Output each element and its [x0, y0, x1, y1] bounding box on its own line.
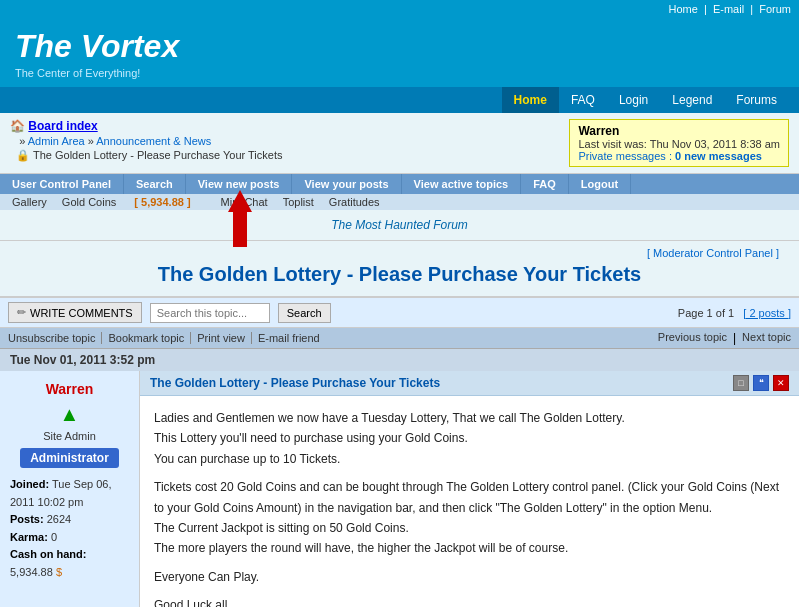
announcement-link[interactable]: Announcement & News: [96, 135, 211, 147]
timestamp-bar: Tue Nov 01, 2011 3:52 pm: [0, 349, 799, 371]
site-header: The Vortex The Center of Everything!: [0, 18, 799, 87]
top-bar-email[interactable]: E-mail: [713, 3, 744, 15]
site-tagline: The Center of Everything!: [15, 67, 784, 79]
post-header: The Golden Lottery - Please Purchase You…: [140, 371, 799, 396]
user-control-bar: User Control Panel Search View new posts…: [0, 174, 799, 194]
pencil-icon: ✏: [17, 306, 26, 319]
gallery-link[interactable]: Gallery: [12, 196, 47, 208]
email-friend-link[interactable]: E-mail friend: [258, 332, 326, 344]
user-role: Site Admin: [10, 430, 129, 442]
breadcrumb: » Admin Area » Announcement & News: [10, 135, 559, 147]
last-visit-info: Last visit was: Thu Nov 03, 2011 8:38 am: [578, 138, 780, 150]
admin-area-link[interactable]: Admin Area: [28, 135, 85, 147]
topic-nav-links: Previous topic | Next topic: [658, 331, 791, 345]
next-topic-link[interactable]: Next topic: [742, 331, 791, 345]
ucb-faq[interactable]: FAQ: [521, 174, 569, 194]
page-info: Page 1 of 1 [ 2 posts ]: [678, 307, 791, 319]
joined-info: Joined: Tue Sep 06, 2011 10:02 pm: [10, 476, 129, 511]
bookmark-topic-link[interactable]: Bookmark topic: [108, 332, 191, 344]
sub-bar: Gallery Gold Coins [ 5,934.88 ] Mini-Cha…: [0, 194, 799, 210]
top-bar: Home | E-mail | Forum: [0, 0, 799, 18]
actions-bar: Unsubscribe topic Bookmark topic Print v…: [0, 328, 799, 349]
post-line-3: Everyone Can Play.: [154, 567, 785, 587]
nav-forums[interactable]: Forums: [724, 87, 789, 113]
logged-in-username: Warren: [578, 124, 780, 138]
current-page-crumb: 🔒 The Golden Lottery - Please Purchase Y…: [10, 149, 559, 162]
mod-panel-link[interactable]: [ Moderator Control Panel ]: [10, 247, 789, 259]
gratitudes-link[interactable]: Gratitudes: [329, 196, 380, 208]
main-content: Warren ▲ Site Admin Administrator Joined…: [0, 371, 799, 607]
ucb-view-your-posts[interactable]: View your posts: [292, 174, 401, 194]
toplist-link[interactable]: Toplist: [283, 196, 314, 208]
karma-up-arrow: ▲: [10, 403, 129, 426]
poster-name: Warren: [10, 381, 129, 397]
unsubscribe-topic-link[interactable]: Unsubscribe topic: [8, 332, 102, 344]
search-topic-button[interactable]: Search: [278, 303, 331, 323]
site-title: The Vortex: [15, 28, 784, 65]
nav-home[interactable]: Home: [502, 87, 559, 113]
post-icon-delete[interactable]: ✕: [773, 375, 789, 391]
breadcrumb-left: 🏠 Board index » Admin Area » Announcemen…: [10, 119, 559, 162]
post-body: Ladies and Gentlemen we now have a Tuesd…: [140, 396, 799, 607]
admin-badge: Administrator: [20, 448, 119, 468]
user-info-box: Warren Last visit was: Thu Nov 03, 2011 …: [569, 119, 789, 167]
top-bar-home[interactable]: Home: [669, 3, 698, 15]
ucb-logout[interactable]: Logout: [569, 174, 631, 194]
poster-sidebar: Warren ▲ Site Admin Administrator Joined…: [0, 371, 140, 607]
print-view-link[interactable]: Print view: [197, 332, 252, 344]
gold-coins-display: Gold Coins [ 5,934.88 ]: [62, 196, 206, 208]
comments-bar: ✏ WRITE COMMENTS Search Page 1 of 1 [ 2 …: [0, 298, 799, 328]
posts-count-link[interactable]: [ 2 posts ]: [743, 307, 791, 319]
forum-subtitle: The Most Haunted Forum: [0, 210, 799, 241]
post-icons: □ ❝ ✕: [733, 375, 789, 391]
search-topic-input[interactable]: [150, 303, 270, 323]
breadcrumb-area: 🏠 Board index » Admin Area » Announcemen…: [0, 113, 799, 174]
post-line-1: Ladies and Gentlemen we now have a Tuesd…: [154, 408, 785, 469]
nav-faq[interactable]: FAQ: [559, 87, 607, 113]
post-line-2: Tickets cost 20 Gold Coins and can be bo…: [154, 477, 785, 559]
board-index-link[interactable]: 🏠 Board index: [10, 119, 559, 133]
user-stats: Joined: Tue Sep 06, 2011 10:02 pm Posts:…: [10, 476, 129, 582]
post-line-4: Good Luck all.: [154, 595, 785, 607]
write-comments-button[interactable]: ✏ WRITE COMMENTS: [8, 302, 142, 323]
ucb-search[interactable]: Search: [124, 174, 186, 194]
post-header-title: The Golden Lottery - Please Purchase You…: [150, 376, 440, 390]
top-bar-forum[interactable]: Forum: [759, 3, 791, 15]
cash-info: Cash on hand: 5,934.88 $: [10, 546, 129, 581]
page-title: The Golden Lottery - Please Purchase You…: [10, 263, 789, 286]
post-icon-monitor[interactable]: □: [733, 375, 749, 391]
page-title-area: [ Moderator Control Panel ] The Golden L…: [0, 241, 799, 298]
post-icon-quote[interactable]: ❝: [753, 375, 769, 391]
ucb-view-active-topics[interactable]: View active topics: [402, 174, 522, 194]
nav-bar: Home FAQ Login Legend Forums: [0, 87, 799, 113]
posts-info: Posts: 2624: [10, 511, 129, 529]
ucb-user-control-panel[interactable]: User Control Panel: [0, 174, 124, 194]
private-messages-info[interactable]: Private messages : 0 new messages: [578, 150, 780, 162]
nav-legend[interactable]: Legend: [660, 87, 724, 113]
nav-login[interactable]: Login: [607, 87, 660, 113]
karma-info: Karma: 0: [10, 529, 129, 547]
post-content: The Golden Lottery - Please Purchase You…: [140, 371, 799, 607]
previous-topic-link[interactable]: Previous topic: [658, 331, 727, 345]
